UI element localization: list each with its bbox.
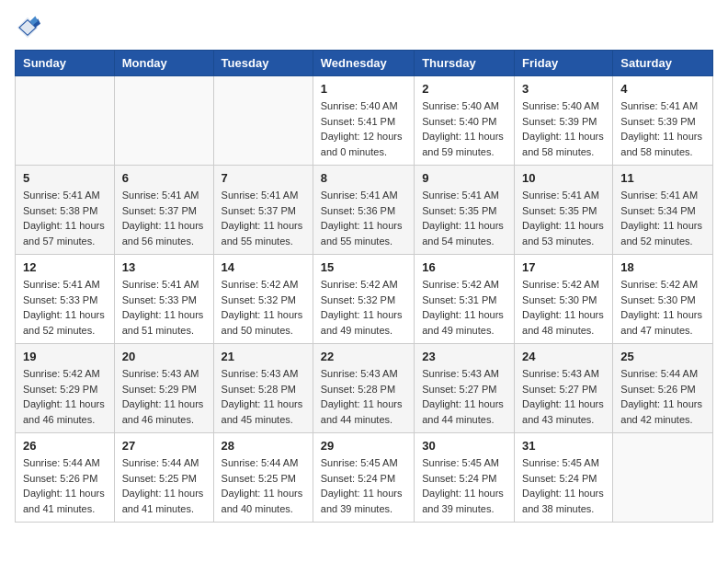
cell-info: Sunrise: 5:40 AMSunset: 5:39 PMDaylight:…: [522, 98, 605, 159]
calendar-week-row: 26Sunrise: 5:44 AMSunset: 5:26 PMDayligh…: [16, 433, 713, 523]
cell-info: Sunrise: 5:43 AMSunset: 5:27 PMDaylight:…: [422, 366, 506, 427]
cell-date-number: 27: [122, 439, 206, 453]
cell-date-number: 5: [23, 171, 107, 185]
cell-date-number: 25: [620, 350, 705, 363]
cell-date-number: 16: [422, 260, 506, 274]
cell-info: Sunrise: 5:41 AMSunset: 5:33 PMDaylight:…: [23, 277, 107, 338]
cell-info: Sunrise: 5:44 AMSunset: 5:26 PMDaylight:…: [23, 455, 107, 516]
cell-info: Sunrise: 5:40 AMSunset: 5:41 PMDaylight:…: [321, 98, 406, 159]
calendar-cell: 12Sunrise: 5:41 AMSunset: 5:33 PMDayligh…: [16, 255, 115, 344]
cell-info: Sunrise: 5:45 AMSunset: 5:24 PMDaylight:…: [522, 455, 605, 516]
cell-info: Sunrise: 5:42 AMSunset: 5:30 PMDaylight:…: [620, 277, 705, 338]
day-header-sunday: Sunday: [16, 51, 115, 76]
cell-date-number: 6: [122, 171, 206, 185]
calendar-table: SundayMondayTuesdayWednesdayThursdayFrid…: [15, 50, 713, 523]
calendar-cell: 25Sunrise: 5:44 AMSunset: 5:26 PMDayligh…: [613, 344, 713, 433]
calendar-cell: [213, 76, 313, 166]
cell-info: Sunrise: 5:42 AMSunset: 5:30 PMDaylight:…: [522, 277, 605, 338]
cell-date-number: 23: [422, 350, 506, 363]
cell-date-number: 14: [222, 260, 305, 274]
calendar-cell: 13Sunrise: 5:41 AMSunset: 5:33 PMDayligh…: [114, 255, 213, 344]
calendar-header-row: SundayMondayTuesdayWednesdayThursdayFrid…: [16, 51, 713, 76]
calendar-cell: 3Sunrise: 5:40 AMSunset: 5:39 PMDaylight…: [515, 76, 613, 166]
calendar-week-row: 5Sunrise: 5:41 AMSunset: 5:38 PMDaylight…: [16, 166, 713, 255]
cell-date-number: 11: [620, 171, 705, 185]
cell-info: Sunrise: 5:43 AMSunset: 5:29 PMDaylight:…: [122, 366, 206, 427]
cell-date-number: 21: [222, 350, 305, 363]
cell-info: Sunrise: 5:43 AMSunset: 5:28 PMDaylight:…: [222, 366, 305, 427]
cell-info: Sunrise: 5:42 AMSunset: 5:31 PMDaylight:…: [422, 277, 506, 338]
cell-info: Sunrise: 5:44 AMSunset: 5:25 PMDaylight:…: [222, 455, 305, 516]
cell-date-number: 20: [122, 350, 206, 363]
cell-info: Sunrise: 5:41 AMSunset: 5:35 PMDaylight:…: [522, 188, 605, 248]
calendar-cell: 23Sunrise: 5:43 AMSunset: 5:27 PMDayligh…: [415, 344, 515, 433]
calendar-cell: 6Sunrise: 5:41 AMSunset: 5:37 PMDaylight…: [114, 166, 213, 255]
calendar-cell: [16, 76, 115, 166]
cell-date-number: 2: [422, 82, 506, 96]
cell-date-number: 8: [321, 171, 406, 185]
cell-date-number: 15: [321, 260, 406, 274]
cell-date-number: 26: [23, 439, 107, 453]
cell-date-number: 13: [122, 260, 206, 274]
calendar-cell: 15Sunrise: 5:42 AMSunset: 5:32 PMDayligh…: [313, 255, 414, 344]
cell-info: Sunrise: 5:41 AMSunset: 5:33 PMDaylight:…: [122, 277, 206, 338]
cell-date-number: 4: [620, 82, 705, 96]
cell-info: Sunrise: 5:41 AMSunset: 5:37 PMDaylight:…: [122, 188, 206, 248]
calendar-cell: 1Sunrise: 5:40 AMSunset: 5:41 PMDaylight…: [313, 76, 414, 166]
calendar-cell: 27Sunrise: 5:44 AMSunset: 5:25 PMDayligh…: [114, 433, 213, 523]
cell-info: Sunrise: 5:40 AMSunset: 5:40 PMDaylight:…: [422, 98, 506, 159]
cell-date-number: 30: [422, 439, 506, 453]
cell-info: Sunrise: 5:41 AMSunset: 5:37 PMDaylight:…: [222, 188, 305, 248]
calendar-cell: 2Sunrise: 5:40 AMSunset: 5:40 PMDaylight…: [415, 76, 515, 166]
cell-info: Sunrise: 5:41 AMSunset: 5:34 PMDaylight:…: [620, 188, 705, 248]
calendar-cell: 16Sunrise: 5:42 AMSunset: 5:31 PMDayligh…: [415, 255, 515, 344]
cell-date-number: 12: [23, 260, 107, 274]
calendar-week-row: 12Sunrise: 5:41 AMSunset: 5:33 PMDayligh…: [16, 255, 713, 344]
cell-info: Sunrise: 5:45 AMSunset: 5:24 PMDaylight:…: [422, 455, 506, 516]
logo-icon: [15, 15, 40, 40]
cell-date-number: 3: [522, 82, 605, 96]
cell-date-number: 7: [222, 171, 305, 185]
cell-info: Sunrise: 5:42 AMSunset: 5:29 PMDaylight:…: [23, 366, 107, 427]
cell-date-number: 29: [321, 439, 406, 453]
cell-date-number: 19: [23, 350, 107, 363]
cell-info: Sunrise: 5:41 AMSunset: 5:38 PMDaylight:…: [23, 188, 107, 248]
cell-info: Sunrise: 5:43 AMSunset: 5:28 PMDaylight:…: [321, 366, 406, 427]
calendar-week-row: 1Sunrise: 5:40 AMSunset: 5:41 PMDaylight…: [16, 76, 713, 166]
page-header: [15, 15, 713, 40]
cell-info: Sunrise: 5:41 AMSunset: 5:35 PMDaylight:…: [422, 188, 506, 248]
calendar-cell: 19Sunrise: 5:42 AMSunset: 5:29 PMDayligh…: [16, 344, 115, 433]
cell-info: Sunrise: 5:41 AMSunset: 5:39 PMDaylight:…: [620, 98, 705, 159]
cell-info: Sunrise: 5:44 AMSunset: 5:26 PMDaylight:…: [620, 366, 705, 427]
cell-date-number: 22: [321, 350, 406, 363]
cell-info: Sunrise: 5:45 AMSunset: 5:24 PMDaylight:…: [321, 455, 406, 516]
calendar-cell: [114, 76, 213, 166]
calendar-cell: 14Sunrise: 5:42 AMSunset: 5:32 PMDayligh…: [213, 255, 313, 344]
logo: [15, 15, 44, 40]
cell-date-number: 18: [620, 260, 705, 274]
calendar-cell: 21Sunrise: 5:43 AMSunset: 5:28 PMDayligh…: [213, 344, 313, 433]
calendar-cell: 18Sunrise: 5:42 AMSunset: 5:30 PMDayligh…: [613, 255, 713, 344]
calendar-cell: 4Sunrise: 5:41 AMSunset: 5:39 PMDaylight…: [613, 76, 713, 166]
cell-info: Sunrise: 5:41 AMSunset: 5:36 PMDaylight:…: [321, 188, 406, 248]
day-header-saturday: Saturday: [613, 51, 713, 76]
calendar-cell: 7Sunrise: 5:41 AMSunset: 5:37 PMDaylight…: [213, 166, 313, 255]
calendar-cell: 31Sunrise: 5:45 AMSunset: 5:24 PMDayligh…: [515, 433, 613, 523]
cell-date-number: 10: [522, 171, 605, 185]
calendar-cell: 22Sunrise: 5:43 AMSunset: 5:28 PMDayligh…: [313, 344, 414, 433]
day-header-monday: Monday: [114, 51, 213, 76]
cell-date-number: 17: [522, 260, 605, 274]
calendar-week-row: 19Sunrise: 5:42 AMSunset: 5:29 PMDayligh…: [16, 344, 713, 433]
cell-date-number: 28: [222, 439, 305, 453]
calendar-cell: 11Sunrise: 5:41 AMSunset: 5:34 PMDayligh…: [613, 166, 713, 255]
calendar-cell: 24Sunrise: 5:43 AMSunset: 5:27 PMDayligh…: [515, 344, 613, 433]
calendar-cell: 30Sunrise: 5:45 AMSunset: 5:24 PMDayligh…: [415, 433, 515, 523]
cell-info: Sunrise: 5:44 AMSunset: 5:25 PMDaylight:…: [122, 455, 206, 516]
calendar-cell: 10Sunrise: 5:41 AMSunset: 5:35 PMDayligh…: [515, 166, 613, 255]
cell-date-number: 9: [422, 171, 506, 185]
cell-date-number: 24: [522, 350, 605, 363]
cell-info: Sunrise: 5:43 AMSunset: 5:27 PMDaylight:…: [522, 366, 605, 427]
calendar-cell: [613, 433, 713, 523]
cell-date-number: 1: [321, 82, 406, 96]
day-header-wednesday: Wednesday: [313, 51, 414, 76]
